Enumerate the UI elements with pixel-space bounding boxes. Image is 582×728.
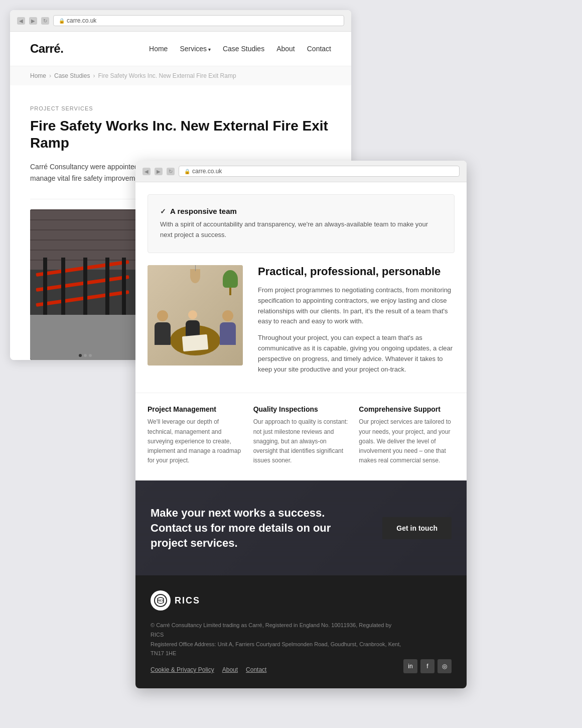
nav-back: Home Services Case Studies About Contact	[149, 45, 331, 53]
about-para-2: Throughout your project, you can expect …	[258, 333, 455, 375]
nav-services-back[interactable]: Services	[180, 45, 210, 53]
get-in-touch-button[interactable]: Get in touch	[382, 517, 452, 539]
breadcrumb-sep2: ›	[93, 72, 95, 79]
footer-about-link[interactable]: About	[222, 666, 238, 673]
forward-button[interactable]: ▶	[29, 17, 37, 25]
forward-button-front[interactable]: ▶	[155, 168, 163, 175]
about-image	[148, 265, 243, 366]
facebook-icon[interactable]: f	[420, 659, 434, 673]
footer-legal-line1: © Carré Consultancy Limited trading as C…	[151, 621, 403, 639]
service-title-2: Comprehensive Support	[359, 405, 455, 413]
svg-text:RICS: RICS	[158, 599, 164, 602]
service-text-0: We'll leverage our depth of technical, m…	[148, 417, 243, 465]
lock-icon-front: 🔒	[184, 169, 190, 174]
site-footer: RICS RICS © Carré Consultancy Limited tr…	[135, 575, 467, 688]
service-text-1: Our approach to quality is constant: not…	[253, 417, 349, 465]
browser-window-front: ◀ ▶ ↻ 🔒 carre.co.uk ✓ A responsive team …	[135, 161, 467, 688]
footer-legal-line2: Registered Office Address: Unit A, Farri…	[151, 640, 403, 658]
footer-links: Cookie & Privacy Policy About Contact	[151, 666, 403, 673]
rics-logo: RICS RICS	[151, 590, 452, 611]
person-3	[218, 310, 238, 350]
case-image	[30, 209, 140, 360]
site-header-back: Carré. Home Services Case Studies About …	[10, 32, 351, 66]
service-text-2: Our project services are tailored to you…	[359, 417, 455, 465]
nav-home-back[interactable]: Home	[149, 45, 168, 53]
page-title-back: Fire Safety Works Inc. New External Fire…	[30, 117, 331, 151]
meeting-scene	[148, 265, 243, 366]
person-1	[153, 310, 173, 350]
rics-text: RICS	[175, 595, 200, 606]
check-icon: ✓	[160, 207, 166, 215]
refresh-button-front[interactable]: ↻	[167, 168, 175, 175]
nav-casestudies-back[interactable]: Case Studies	[223, 45, 264, 53]
lock-icon: 🔒	[59, 18, 65, 24]
service-item-0: Project Management We'll leverage our de…	[148, 405, 243, 465]
cta-text: Make your next works a success. Contact …	[151, 506, 351, 550]
address-bar-front[interactable]: 🔒 carre.co.uk	[179, 166, 460, 177]
linkedin-icon[interactable]: in	[403, 659, 417, 673]
services-grid: Project Management We'll leverage our de…	[135, 393, 467, 480]
nav-contact-back[interactable]: Contact	[307, 45, 331, 53]
footer-cookie-link[interactable]: Cookie & Privacy Policy	[151, 666, 214, 673]
service-item-1: Quality Inspections Our approach to qual…	[253, 405, 349, 465]
logo-back[interactable]: Carré.	[30, 42, 63, 56]
plant-shape	[223, 270, 238, 295]
instagram-icon[interactable]: ◎	[438, 659, 452, 673]
breadcrumb-sep1: ›	[49, 72, 51, 79]
ramp-bg	[30, 209, 140, 360]
breadcrumb-back: Home › Case Studies › Fire Safety Works …	[10, 66, 351, 85]
feature-box: ✓ A responsive team With a spirit of acc…	[148, 194, 455, 253]
url-back: carre.co.uk	[67, 17, 96, 24]
nav-about-back[interactable]: About	[276, 45, 295, 53]
project-label: Project Services	[30, 105, 331, 111]
about-para-1: From project programmes to negotiating c…	[258, 285, 455, 327]
refresh-button[interactable]: ↻	[41, 17, 49, 25]
about-text: Practical, professional, personable From…	[258, 265, 455, 381]
breadcrumb-casestudies[interactable]: Case Studies	[54, 72, 90, 79]
breadcrumb-current: Fire Safety Works Inc. New External Fire…	[98, 72, 236, 79]
service-title-1: Quality Inspections	[253, 405, 349, 413]
service-item-2: Comprehensive Support Our project servic…	[359, 405, 455, 465]
feature-text: With a spirit of accountability and tran…	[160, 219, 442, 240]
back-button[interactable]: ◀	[17, 17, 25, 25]
about-section: Practical, professional, personable From…	[135, 265, 467, 393]
feature-title: ✓ A responsive team	[160, 207, 442, 215]
browser-chrome-front: ◀ ▶ ↻ 🔒 carre.co.uk	[135, 161, 467, 182]
footer-bottom: © Carré Consultancy Limited trading as C…	[151, 621, 452, 673]
back-button-front[interactable]: ◀	[142, 168, 151, 175]
footer-legal: © Carré Consultancy Limited trading as C…	[151, 621, 403, 658]
social-icons: in f ◎	[403, 659, 452, 673]
breadcrumb-home[interactable]: Home	[30, 72, 46, 79]
about-heading: Practical, professional, personable	[258, 265, 455, 278]
footer-legal-container: © Carré Consultancy Limited trading as C…	[151, 621, 403, 673]
cta-section: Make your next works a success. Contact …	[135, 480, 467, 575]
rics-icon: RICS	[151, 590, 171, 611]
address-bar-back[interactable]: 🔒 carre.co.uk	[53, 15, 344, 26]
footer-contact-link[interactable]: Contact	[246, 666, 266, 673]
service-title-0: Project Management	[148, 405, 243, 413]
url-front: carre.co.uk	[192, 168, 222, 175]
browser-chrome-back: ◀ ▶ ↻ 🔒 carre.co.uk	[10, 10, 351, 32]
